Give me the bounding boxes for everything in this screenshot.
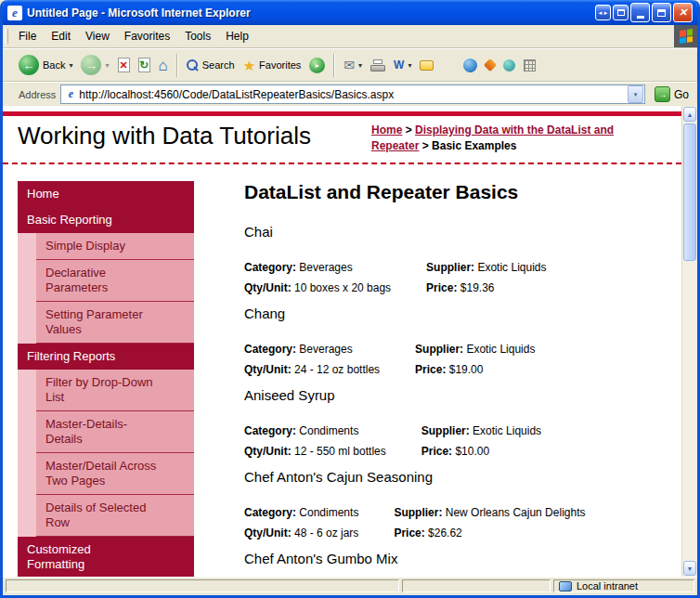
- menu-item-edit[interactable]: Edit: [44, 25, 78, 47]
- sidebar-item-simple-display[interactable]: Simple Display: [36, 233, 194, 260]
- page-header: Working with Data Tutorials Home > Displ…: [3, 116, 681, 164]
- sidebar-item-customized-formatting[interactable]: Customized Formatting: [18, 537, 194, 577]
- product-field: Supplier: Exotic Liquids: [421, 421, 541, 441]
- address-input-box[interactable]: e ▾: [60, 84, 645, 104]
- go-button[interactable]: → Go: [650, 86, 694, 102]
- page-viewport: Working with Data Tutorials Home > Displ…: [3, 106, 697, 577]
- edit-dropdown[interactable]: ▾: [408, 61, 411, 70]
- ie-page-glyph: e: [69, 87, 73, 100]
- product-item: Chef Anton's Cajun SeasoningCategory: Co…: [244, 469, 653, 543]
- product-field: Category: Condiments: [244, 502, 394, 523]
- sidebar-item-declarative-parameters[interactable]: Declarative Parameters: [36, 260, 194, 302]
- sidebar-item-filtering-reports[interactable]: Filtering Reports: [18, 344, 194, 370]
- titlebar-arrows-button[interactable]: ◄►: [595, 5, 611, 20]
- media-icon: ▸: [309, 58, 325, 73]
- page-title: DataList and Repeater Basics: [244, 181, 653, 203]
- minimize-button[interactable]: [630, 3, 650, 22]
- print-button[interactable]: [367, 51, 389, 79]
- product-item: ChangCategory: BeveragesSupplier: Exotic…: [244, 306, 653, 380]
- close-button[interactable]: ✕: [673, 3, 693, 22]
- sidebar-item-master-details-details[interactable]: Master-Details-Details: [36, 411, 194, 453]
- sidebar-item-details-of-selected-row[interactable]: Details of Selected Row: [36, 495, 194, 537]
- sidebar-item-master-detail-across-two-pages[interactable]: Master/Detail Across Two Pages: [36, 453, 194, 495]
- sidebar-item-label: Details of Selected Row: [45, 500, 162, 530]
- sidebar-item-setting-parameter-values[interactable]: Setting Parameter Values: [36, 302, 194, 344]
- product-name: Aniseed Syrup: [244, 387, 653, 403]
- sidebar-item-label: Declarative Parameters: [45, 266, 162, 295]
- stop-button[interactable]: ✕: [114, 51, 134, 79]
- stop-icon: ✕: [118, 58, 130, 72]
- page-body: HomeBasic ReportingSimple DisplayDeclara…: [3, 164, 681, 577]
- edit-button[interactable]: W ▾: [390, 51, 415, 79]
- status-bar: Local intranet: [3, 577, 697, 595]
- forward-dropdown[interactable]: ▾: [105, 61, 109, 70]
- product-field: Price: $19.36: [426, 278, 546, 298]
- search-button[interactable]: Search: [183, 51, 239, 79]
- addon-grid-button[interactable]: [520, 51, 539, 79]
- breadcrumb-home-link[interactable]: Home: [371, 124, 402, 136]
- search-label: Search: [202, 59, 235, 71]
- mail-dropdown[interactable]: ▾: [358, 61, 362, 70]
- addon-teal-button[interactable]: [499, 51, 519, 79]
- titlebar[interactable]: e Untitled Page - Microsoft Internet Exp…: [3, 0, 697, 25]
- close-icon: ✕: [679, 6, 687, 19]
- home-button[interactable]: ⌂: [155, 51, 172, 79]
- sidebar-item-home[interactable]: Home: [18, 181, 194, 207]
- scroll-up-button[interactable]: ▲: [683, 107, 696, 122]
- sidebar-item-basic-reporting[interactable]: Basic Reporting: [18, 207, 194, 233]
- menu-item-help[interactable]: Help: [218, 25, 256, 47]
- sidebar-item-label: Master/Detail Across Two Pages: [45, 459, 162, 488]
- discuss-button[interactable]: [416, 51, 437, 79]
- product-name: Chef Anton's Cajun Seasoning: [244, 469, 653, 485]
- menu-spacer: [256, 25, 674, 47]
- media-button[interactable]: ▸: [305, 51, 329, 79]
- scroll-thumb[interactable]: [683, 124, 696, 261]
- back-button[interactable]: ← Back ▾: [15, 51, 76, 79]
- back-label: Back: [43, 59, 65, 71]
- menu-item-file[interactable]: File: [11, 25, 44, 47]
- product-name: Chai: [244, 224, 653, 240]
- go-icon: →: [655, 86, 670, 102]
- maximize-icon: [657, 9, 666, 17]
- sidebar-item-label: Basic Reporting: [27, 213, 112, 228]
- product-details-table: Category: CondimentsSupplier: Exotic Liq…: [244, 421, 541, 462]
- address-bar: Address e ▾ → Go: [3, 82, 697, 106]
- address-dropdown-button[interactable]: ▾: [628, 85, 643, 103]
- forward-button[interactable]: → ▾: [77, 51, 112, 79]
- menu-item-tools[interactable]: Tools: [177, 25, 218, 47]
- menu-item-view[interactable]: View: [78, 25, 117, 47]
- messenger-button[interactable]: [460, 51, 481, 79]
- titlebar-buttons: ◄► ✕: [595, 3, 693, 22]
- scroll-down-button[interactable]: ▼: [683, 561, 696, 576]
- ie-logo-glyph: e: [12, 6, 18, 20]
- sidebar-item-filter-by-drop-down-list[interactable]: Filter by Drop-Down List: [36, 370, 194, 411]
- ie-page-icon: e: [64, 87, 77, 101]
- refresh-button[interactable]: ↻: [135, 51, 154, 79]
- product-item: Aniseed SyrupCategory: CondimentsSupplie…: [244, 387, 653, 462]
- favorites-button[interactable]: ★ Favorites: [240, 51, 305, 79]
- product-details-table: Category: BeveragesSupplier: Exotic Liqu…: [244, 339, 535, 380]
- back-dropdown[interactable]: ▾: [69, 61, 72, 70]
- mail-button[interactable]: ✉ ▾: [340, 51, 366, 79]
- back-arrow-glyph: ←: [23, 58, 35, 72]
- favorites-label: Favorites: [259, 59, 301, 71]
- product-field: Qty/Unit: 24 - 12 oz bottles: [244, 359, 415, 380]
- home-icon: ⌂: [159, 58, 168, 73]
- sidebar-item-label: Customized Formatting: [27, 542, 144, 572]
- product-field: Category: Condiments: [244, 421, 421, 441]
- maximize-button[interactable]: [652, 3, 671, 22]
- product-field: Supplier: New Orleans Cajun Delights: [394, 502, 585, 523]
- intranet-zone-icon: [559, 581, 572, 592]
- menu-item-favorites[interactable]: Favorites: [117, 25, 177, 47]
- product-name: Chang: [244, 306, 653, 321]
- titlebar-window-button[interactable]: [613, 5, 629, 20]
- stop-glyph: ✕: [119, 60, 127, 71]
- address-input[interactable]: [77, 86, 628, 102]
- addon-orange-button[interactable]: [482, 51, 499, 79]
- product-field: Price: $19.00: [415, 359, 535, 380]
- breadcrumb-separator: >: [402, 124, 415, 136]
- vertical-scrollbar[interactable]: ▲ ▼: [681, 106, 697, 577]
- window-icon: [617, 9, 625, 16]
- sidebar-item-label: Home: [27, 187, 59, 202]
- product-field: Supplier: Exotic Liquids: [426, 257, 546, 278]
